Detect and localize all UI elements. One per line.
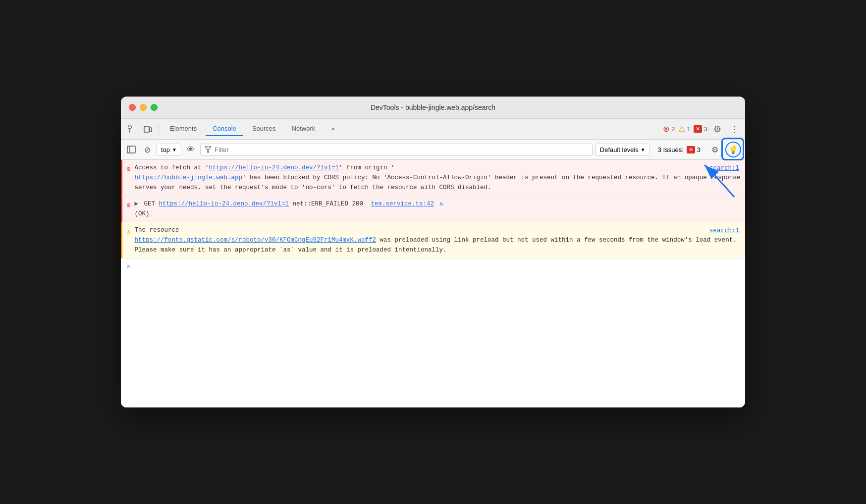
get-error-text: ▶ GET https://hello-io-24.deno.dev/?lvl=… <box>134 199 741 219</box>
svg-rect-3 <box>150 128 152 132</box>
context-selector[interactable]: top ▼ <box>157 144 181 156</box>
minimize-button[interactable] <box>140 104 147 111</box>
issues-button[interactable]: 3 Issues: ✕ 3 <box>654 144 704 155</box>
font-warn-source[interactable]: search:1 <box>709 225 739 235</box>
expand-triangle[interactable]: ▶ <box>134 201 138 207</box>
ai-insights-button[interactable]: 💡 <box>725 142 741 157</box>
device-toggle-icon[interactable] <box>141 122 155 136</box>
console-entry-cors-error: ⊗ Access to fetch at 'https://hello-io-2… <box>121 160 745 196</box>
console-content: ⊗ Access to fetch at 'https://hello-io-2… <box>121 160 745 407</box>
console-settings-icon[interactable]: ⚙ <box>708 143 721 156</box>
error-badge: ⊗ 2 <box>663 124 675 134</box>
tab-network[interactable]: Network <box>285 122 323 136</box>
console-toolbar: ⊘ top ▼ 👁 Default levels ▼ 3 Issues: <box>121 140 745 160</box>
error-icon: ⊗ <box>663 124 669 134</box>
svg-rect-2 <box>144 126 149 132</box>
info-icon: ✕ <box>694 125 702 133</box>
error-entry-icon: ⊗ <box>126 164 130 175</box>
bubble-jingle-url[interactable]: https://bubble-jingle.web.app <box>134 174 242 181</box>
devtools-window: DevTools - bubble-jingle.web.app/search … <box>121 97 745 407</box>
tab-elements[interactable]: Elements <box>163 122 204 136</box>
more-options-icon[interactable]: ⋮ <box>727 122 741 136</box>
svg-rect-0 <box>128 126 131 129</box>
log-levels-selector[interactable]: Default levels ▼ <box>595 144 650 156</box>
tab-console[interactable]: Console <box>206 122 243 136</box>
devtools-body: Elements Console Sources Network » ⊗ 2 ⚠ <box>121 119 745 407</box>
levels-dropdown-icon: ▼ <box>641 147 646 152</box>
toolbar-right: ⊗ 2 ⚠ 1 ✕ 3 ⚙ ⋮ <box>663 122 741 136</box>
traffic-lights <box>129 104 158 111</box>
console-toolbar-right: Default levels ▼ 3 Issues: ✕ 3 ⚙ 💡 <box>595 142 741 157</box>
tab-more[interactable]: » <box>324 122 341 136</box>
cors-error-text: Access to fetch at 'https://hello-io-24.… <box>134 163 741 193</box>
warn-badge: ⚠ 1 <box>678 124 691 134</box>
main-toolbar: Elements Console Sources Network » ⊗ 2 ⚠ <box>121 119 745 140</box>
close-button[interactable] <box>129 104 136 111</box>
warn-entry-icon: ⚠ <box>126 226 130 237</box>
cors-error-url[interactable]: https://hello-io-24.deno.dev/?lvl=1 <box>209 164 339 171</box>
filter-input[interactable] <box>215 146 363 153</box>
title-bar: DevTools - bubble-jingle.web.app/search <box>121 97 745 119</box>
svg-rect-4 <box>127 146 135 153</box>
svg-marker-6 <box>205 147 211 152</box>
get-error-url[interactable]: https://hello-io-24.deno.dev/?lvl=1 <box>159 201 289 207</box>
filter-icon <box>205 146 212 153</box>
tab-sources[interactable]: Sources <box>245 122 283 136</box>
cors-error-source[interactable]: search:1 <box>709 163 739 173</box>
settings-icon[interactable]: ⚙ <box>710 122 724 136</box>
network-link-icon[interactable]: ↻ <box>440 201 444 207</box>
maximize-button[interactable] <box>151 104 158 111</box>
get-error-icon: ⊗ <box>126 200 130 211</box>
info-badge: ✕ 3 <box>694 125 707 133</box>
console-entry-font-warn: ⚠ The resource search:1 https://fonts.gs… <box>121 222 745 258</box>
ai-button-container: 💡 <box>725 142 741 157</box>
issues-badge: ✕ <box>687 146 695 153</box>
toolbar-separator <box>159 124 159 134</box>
sidebar-toggle-icon[interactable] <box>125 143 138 156</box>
dropdown-arrow-icon: ▼ <box>172 147 177 152</box>
filter-container <box>200 144 593 156</box>
clear-console-icon[interactable]: ⊘ <box>141 143 154 156</box>
tea-service-source[interactable]: tea.service.ts:42 <box>371 201 434 207</box>
console-entry-get-error: ⊗ ▶ GET https://hello-io-24.deno.dev/?lv… <box>121 196 745 222</box>
inspect-icon[interactable] <box>125 122 139 136</box>
live-expressions-icon[interactable]: 👁 <box>184 143 197 156</box>
console-prompt[interactable]: > <box>121 258 745 274</box>
warn-icon: ⚠ <box>678 124 685 134</box>
prompt-symbol: > <box>127 262 131 270</box>
console-area: ⊗ Access to fetch at 'https://hello-io-2… <box>121 160 745 407</box>
font-url[interactable]: https://fonts.gstatic.com/s/roboto/v30/K… <box>134 237 376 244</box>
window-title: DevTools - bubble-jingle.web.app/search <box>371 103 495 111</box>
font-warn-text: The resource search:1 https://fonts.gsta… <box>134 225 741 255</box>
